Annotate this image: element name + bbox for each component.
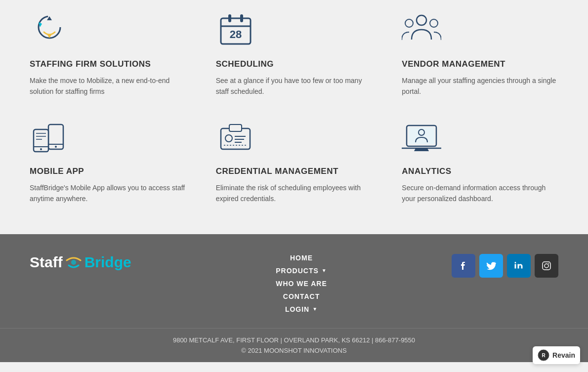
- instagram-button[interactable]: [535, 254, 558, 278]
- svg-rect-4: [240, 14, 243, 22]
- mobile-title: MOBILE APP: [30, 166, 186, 176]
- facebook-button[interactable]: [452, 254, 475, 278]
- revain-logo-icon: R: [538, 349, 549, 361]
- login-chevron: ▼: [312, 306, 318, 312]
- footer-navigation: HOME PRODUCTS ▼ WHO WE ARE CONTACT LOGIN…: [153, 254, 450, 313]
- nav-who-we-are[interactable]: WHO WE ARE: [276, 280, 327, 288]
- feature-analytics: ANALYTICS Secure on-demand information a…: [402, 117, 558, 205]
- scheduling-icon: 28: [216, 10, 255, 49]
- footer-inner: Staff Bridge HOME PRODUCTS ▼: [30, 254, 558, 328]
- vendor-title: VENDOR MANAGEMENT: [402, 59, 558, 69]
- svg-point-20: [225, 135, 232, 142]
- scheduling-title: SCHEDULING: [216, 59, 373, 69]
- footer-social: [450, 254, 558, 278]
- staffing-firm-desc: Make the move to Mobilize, a new end-to-…: [30, 75, 186, 97]
- svg-rect-3: [228, 14, 231, 22]
- linkedin-button[interactable]: [507, 254, 531, 278]
- products-chevron: ▼: [322, 268, 327, 273]
- feature-vendor: VENDOR MANAGEMENT Manage all your staffi…: [402, 10, 558, 97]
- analytics-title: ANALYTICS: [402, 166, 558, 176]
- vendor-desc: Manage all your staffing agencies throug…: [402, 75, 558, 97]
- revain-text: Revain: [552, 351, 575, 359]
- svg-point-6: [417, 15, 426, 25]
- svg-rect-29: [543, 262, 550, 270]
- staffing-icon: [30, 10, 69, 49]
- feature-staffing-firm: STAFFING FIRM SOLUTIONS Make the move to…: [30, 10, 186, 97]
- svg-point-11: [55, 146, 57, 148]
- svg-rect-19: [229, 124, 242, 131]
- svg-point-7: [405, 19, 413, 27]
- logo-bridge: Bridge: [84, 254, 131, 271]
- analytics-desc: Secure on-demand information access thro…: [402, 182, 558, 205]
- features-grid: STAFFING FIRM SOLUTIONS Make the move to…: [30, 10, 558, 205]
- svg-point-30: [545, 264, 548, 268]
- svg-text:28: 28: [229, 28, 241, 41]
- scheduling-desc: See at a glance if you have too few or t…: [216, 75, 373, 97]
- footer-logo-text: Staff Bridge: [30, 254, 153, 271]
- nav-contact[interactable]: CONTACT: [283, 292, 320, 300]
- svg-point-28: [71, 260, 76, 265]
- vendor-icon: [402, 10, 441, 49]
- footer: Staff Bridge HOME PRODUCTS ▼: [0, 234, 588, 328]
- revain-badge[interactable]: R Revain: [533, 346, 580, 362]
- credential-icon: [216, 117, 255, 157]
- svg-point-14: [40, 148, 42, 150]
- feature-mobile: MOBILE APP StaffBridge's Mobile App allo…: [30, 117, 186, 205]
- mobile-desc: StaffBridge's Mobile App allows you to a…: [30, 182, 186, 205]
- nav-products[interactable]: PRODUCTS ▼: [276, 267, 327, 275]
- logo-icon: [65, 255, 83, 269]
- svg-rect-9: [48, 124, 63, 149]
- features-section: STAFFING FIRM SOLUTIONS Make the move to…: [0, 0, 588, 234]
- logo-staff: Staff: [30, 254, 63, 271]
- feature-scheduling: 28 SCHEDULING See at a glance if you hav…: [216, 10, 373, 97]
- footer-logo: Staff Bridge: [30, 254, 153, 271]
- svg-text:R: R: [542, 353, 546, 358]
- footer-address: 9800 METCALF AVE, FIRST FLOOR | OVERLAND…: [30, 336, 558, 344]
- staffing-firm-title: STAFFING FIRM SOLUTIONS: [30, 59, 186, 69]
- twitter-button[interactable]: [479, 254, 503, 278]
- footer-bottom: 9800 METCALF AVE, FIRST FLOOR | OVERLAND…: [0, 328, 588, 362]
- feature-credential: CREDENTIAL MANAGEMENT Eliminate the risk…: [216, 117, 373, 205]
- analytics-icon: [402, 117, 441, 157]
- credential-title: CREDENTIAL MANAGEMENT: [216, 166, 373, 176]
- svg-point-8: [430, 19, 438, 27]
- mobile-icon: [30, 117, 69, 157]
- credential-desc: Eliminate the risk of scheduling employe…: [216, 182, 373, 205]
- svg-point-31: [548, 263, 549, 264]
- footer-copyright: © 2021 MOONSHOT INNOVATIONS: [30, 347, 558, 354]
- nav-home[interactable]: HOME: [290, 254, 313, 262]
- nav-login[interactable]: LOGIN ▼: [285, 305, 318, 313]
